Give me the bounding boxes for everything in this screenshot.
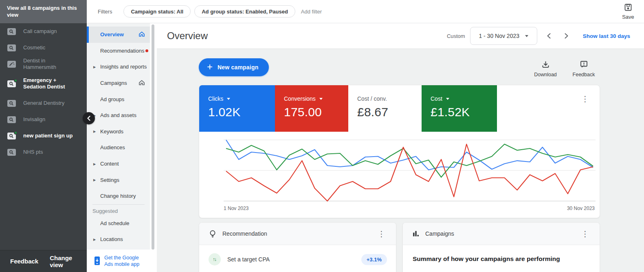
nav-item-ads-and-assets[interactable]: ▶ Ads and assets	[87, 107, 150, 124]
campaign-item-label: General Dentistry	[23, 100, 76, 106]
download-button[interactable]: Download	[533, 60, 558, 77]
bar-chart-icon	[412, 230, 420, 237]
performance-line-chart	[224, 137, 596, 208]
expand-arrow-icon[interactable]: ▶	[93, 130, 96, 133]
nav-item-label: Change history	[100, 193, 136, 199]
filters-label: Filters	[98, 9, 112, 15]
card-menu-button[interactable]: ⋮	[581, 95, 589, 103]
campaign-item-nhs-pts[interactable]: NHS pts	[0, 144, 87, 160]
up-down-arrows-icon: ↑↓	[209, 253, 221, 265]
campaign-item-new-patient-sign-up[interactable]: new patient sign up	[0, 128, 87, 144]
campaign-item-label: Emergency + Sedation Dentist	[23, 77, 76, 90]
scorecard-cost-per-conversion[interactable]: Cost / conv. £8.67	[348, 85, 422, 132]
nav-item-audiences[interactable]: Audiences	[87, 139, 150, 156]
scorecard-value: £8.67	[357, 105, 422, 119]
expand-arrow-icon[interactable]: ▶	[93, 65, 96, 69]
campaign-item-invisalign[interactable]: Invisalign	[0, 111, 87, 128]
nav-item-content[interactable]: ▶ Content	[87, 156, 150, 172]
next-period-button[interactable]	[564, 33, 569, 39]
search-campaign-icon	[7, 100, 16, 107]
notification-dot	[145, 49, 148, 52]
scorecard-clicks[interactable]: Clicks 1.02K	[199, 85, 275, 132]
mobile-app-promo[interactable]: Get the Google Ads mobile app	[87, 250, 150, 272]
feedback-icon	[580, 60, 588, 69]
nav-item-label: Keywords	[100, 128, 123, 135]
scorecard-row: Clicks 1.02K Conversions 175.00 Cost / c…	[199, 85, 600, 132]
campaigns-card: Campaigns ⋮ Summary of how your campaign…	[402, 222, 600, 272]
new-campaign-label: New campaign	[218, 64, 258, 71]
campaign-item-dentist-in-hammersmith[interactable]: Dentist in Hammersmith	[0, 56, 87, 72]
nav-item-settings[interactable]: ▶ Settings	[87, 172, 150, 188]
nav-item-label: Ad groups	[100, 96, 124, 102]
chevron-down-icon	[446, 98, 449, 100]
x-axis-start-label: 1 Nov 2023	[224, 206, 248, 211]
campaign-item-label: Dentist in Hammersmith	[23, 57, 76, 71]
show-last-30-days-link[interactable]: Show last 30 days	[583, 33, 630, 39]
nav-item-recommendations[interactable]: Recommendations	[87, 43, 150, 59]
google-ads-app: View all 8 campaigns in this view Call c…	[0, 0, 644, 272]
date-range-dropdown[interactable]: 1 - 30 Nov 2023	[470, 27, 537, 45]
campaign-item-label: Cosmetic	[23, 44, 76, 51]
date-mode-label: Custom	[447, 33, 465, 39]
save-icon	[624, 3, 633, 12]
feedback-label: Feedback	[570, 72, 597, 77]
chevron-down-icon	[319, 98, 323, 100]
nav-item-label: Settings	[100, 177, 119, 183]
feedback-button[interactable]: Feedback	[570, 60, 597, 77]
trend-chart-svg	[224, 137, 596, 208]
campaign-list: Call campaign Cosmetic Dentist in Hammer…	[0, 23, 87, 160]
mobile-app-promo-label: Get the Google Ads mobile app	[104, 254, 145, 268]
add-filter-button[interactable]: Add filter	[301, 9, 322, 15]
campaign-view-header[interactable]: View all 8 campaigns in this view	[0, 0, 87, 23]
scorecard-conversions[interactable]: Conversions 175.00	[275, 85, 348, 132]
nav-item-ad-schedule[interactable]: Ad schedule	[87, 215, 150, 232]
card-menu-button[interactable]: ⋮	[378, 230, 385, 238]
campaign-item-emergency-sedation-dentist[interactable]: Emergency + Sedation Dentist	[0, 72, 87, 95]
campaign-item-call-campaign[interactable]: Call campaign	[0, 23, 87, 40]
expand-arrow-icon[interactable]: ▶	[93, 162, 96, 166]
campaigns-card-title: Campaigns	[425, 230, 454, 237]
scorecard-label: Cost	[431, 95, 442, 102]
campaign-item-general-dentistry[interactable]: General Dentistry	[0, 95, 87, 111]
recommendation-item[interactable]: ↑↓ Set a target CPA +3.1%	[209, 253, 387, 265]
campaign-item-label: NHS pts	[23, 149, 76, 155]
filter-chip-ad-group-status[interactable]: Ad group status: Enabled, Paused	[194, 5, 295, 18]
nav-item-locations[interactable]: ▶ Locations	[87, 231, 150, 248]
search-campaign-icon	[7, 116, 16, 123]
home-icon	[138, 80, 145, 87]
nav-item-label: Recommendations	[100, 48, 144, 54]
nav-item-label: Overview	[100, 31, 124, 38]
nav-item-change-history[interactable]: Change history	[87, 188, 150, 204]
scorecard-cost[interactable]: Cost £1.52K	[422, 85, 497, 132]
expand-arrow-icon[interactable]: ▶	[93, 178, 96, 182]
card-menu-button[interactable]: ⋮	[581, 230, 589, 238]
download-label: Download	[533, 72, 558, 77]
nav-item-campaigns[interactable]: Campaigns	[87, 75, 150, 91]
collapse-sidebar-button[interactable]	[83, 112, 95, 124]
sidebar-footer: Feedback Change view	[0, 250, 87, 272]
mobile-phone-icon	[94, 256, 100, 265]
feedback-link[interactable]: Feedback	[10, 258, 38, 265]
nav-item-overview[interactable]: Overview	[87, 27, 150, 43]
chevron-down-icon	[525, 35, 528, 37]
home-icon	[138, 31, 145, 38]
campaign-item-label: Call campaign	[23, 28, 76, 35]
nav-item-ad-groups[interactable]: Ad groups	[87, 91, 150, 107]
previous-period-button[interactable]	[546, 33, 552, 39]
nav-item-label: Locations	[100, 236, 123, 242]
change-view-link[interactable]: Change view	[50, 254, 87, 268]
filter-chip-campaign-status[interactable]: Campaign status: All	[123, 5, 191, 18]
nav-item-label: Campaigns	[100, 80, 127, 86]
vertical-scrollbar[interactable]	[152, 24, 154, 250]
recommendation-card-title: Recommendation	[222, 230, 267, 237]
save-filter-button[interactable]: Save	[618, 3, 638, 20]
expand-arrow-icon[interactable]: ▶	[93, 237, 96, 241]
date-controls: Custom 1 - 30 Nov 2023 Show last 30 days	[447, 27, 644, 45]
nav-item-keywords[interactable]: ▶ Keywords	[87, 124, 150, 140]
new-campaign-button[interactable]: + New campaign	[199, 58, 269, 76]
campaigns-summary-text: Summary of how your campaigns are perfor…	[413, 255, 590, 263]
campaign-item-cosmetic[interactable]: Cosmetic	[0, 40, 87, 56]
smart-campaign-icon	[7, 61, 16, 68]
scorecard-label: Conversions	[284, 95, 316, 102]
nav-item-insights-and-reports[interactable]: ▶ Insights and reports	[87, 59, 150, 75]
